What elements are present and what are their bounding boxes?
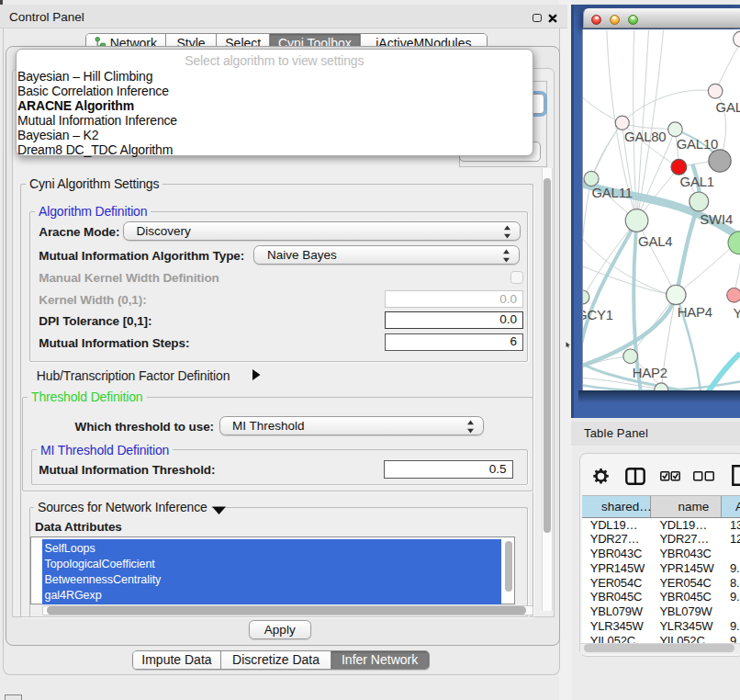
svg-text:GAL1: GAL1 bbox=[680, 175, 714, 189]
svg-text:GAL10: GAL10 bbox=[677, 137, 718, 152]
svg-text:HAP4: HAP4 bbox=[678, 305, 712, 320]
svg-text:SWI4: SWI4 bbox=[700, 211, 733, 226]
svg-text:HAP2: HAP2 bbox=[633, 365, 667, 379]
svg-text:GAL80: GAL80 bbox=[624, 130, 666, 144]
svg-text:Y: Y bbox=[734, 306, 740, 321]
svg-text:GAL4: GAL4 bbox=[638, 233, 672, 248]
svg-text:GAL: GAL bbox=[716, 99, 740, 114]
svg-text:GAL11: GAL11 bbox=[591, 185, 632, 199]
svg-text:GCY1: GCY1 bbox=[582, 307, 613, 322]
